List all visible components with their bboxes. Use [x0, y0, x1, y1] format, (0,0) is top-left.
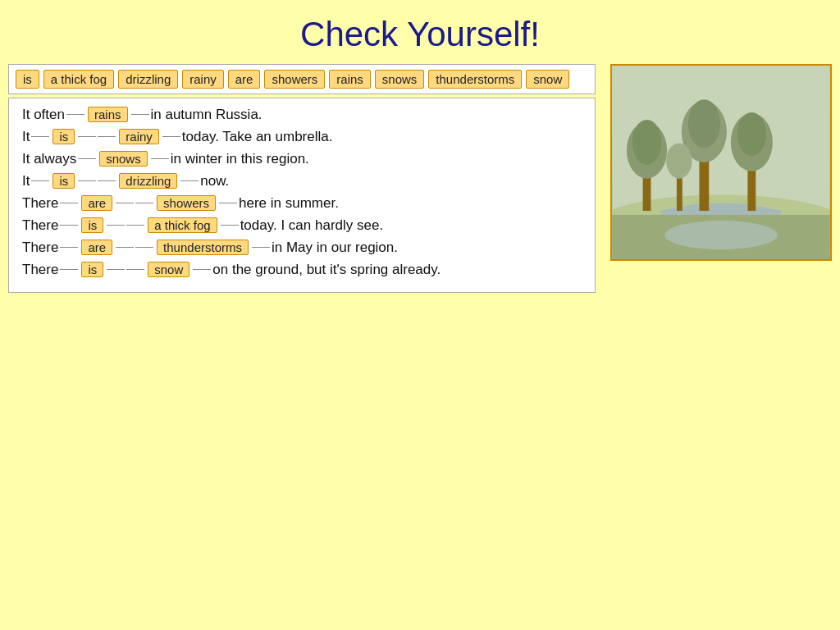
- word-chip-6: rains: [329, 70, 371, 89]
- sentence-text-4-0: There: [22, 196, 58, 210]
- illustration-box: [610, 64, 832, 261]
- sentence-text-3-0: It: [22, 174, 30, 188]
- word-chip-1: a thick fog: [43, 70, 114, 89]
- sentence-row-6: Therearethunderstormsin May in our regio…: [22, 240, 582, 255]
- answer-chip-1-1: is: [52, 129, 75, 144]
- blank-line2-5-2: [221, 225, 239, 226]
- blank-line2-4-2: [219, 203, 237, 203]
- word-chip-2: drizzling: [118, 70, 178, 89]
- sentence-row-5: Thereisa thick fogtoday. I can hardly se…: [22, 217, 582, 233]
- svg-point-10: [737, 112, 766, 156]
- sentence-text-4-3: here in summer.: [239, 196, 339, 210]
- sentence-text-0-2: in autumn Russia.: [151, 107, 262, 121]
- blank-line-6-1: [60, 247, 78, 248]
- sentence-text-1-0: It: [22, 130, 30, 144]
- word-chip-4: are: [228, 70, 261, 89]
- blank-line-6-2: [135, 247, 153, 248]
- sentence-text-3-3: now.: [200, 174, 229, 188]
- blank-line2-1-2: [162, 136, 180, 137]
- answer-chip-5-2: a thick fog: [148, 217, 217, 233]
- blank-line2-2-1: [151, 158, 169, 159]
- sentence-text-2-2: in winter in this region.: [171, 152, 309, 166]
- blank-line-5-1: [60, 225, 78, 226]
- blank-line-4-2: [135, 203, 153, 203]
- word-chip-7: snows: [375, 70, 425, 89]
- blank-line-1-1: [31, 136, 49, 137]
- blank-line2-3-1: [78, 180, 96, 181]
- blank-line-2-1: [78, 158, 96, 159]
- sentence-text-1-3: today. Take an umbrella.: [182, 130, 333, 144]
- answer-chip-1-2: rainy: [119, 129, 159, 144]
- left-panel: isa thick fogdrizzlingrainyareshowersrai…: [8, 64, 596, 293]
- sentence-row-3: Itisdrizzlingnow.: [22, 173, 582, 189]
- svg-point-7: [688, 99, 720, 148]
- blank-line2-3-2: [180, 180, 199, 181]
- sentence-text-6-3: in May in our region.: [272, 240, 398, 254]
- answer-chip-4-1: are: [81, 195, 112, 211]
- word-chip-0: is: [16, 70, 39, 89]
- blank-line-3-2: [98, 180, 116, 181]
- sentence-row-7: Thereissnowon the ground, but it's sprin…: [22, 262, 582, 277]
- sentence-row-0: It oftenrainsin autumn Russia.: [22, 107, 582, 122]
- blank-line-7-2: [126, 269, 144, 270]
- blank-line-3-1: [31, 180, 49, 181]
- word-chip-9: snow: [526, 70, 569, 89]
- exercise-box: It oftenrainsin autumn Russia.Itisrainyt…: [8, 98, 596, 293]
- blank-line-1-2: [98, 136, 116, 137]
- sentence-text-5-0: There: [22, 218, 58, 232]
- blank-line-7-1: [60, 269, 78, 270]
- right-panel: [602, 64, 832, 293]
- sentence-text-6-0: There: [22, 240, 58, 254]
- blank-line2-6-1: [116, 247, 134, 248]
- answer-chip-4-2: showers: [157, 195, 216, 211]
- blank-line2-5-1: [107, 225, 125, 226]
- main-layout: isa thick fogdrizzlingrainyareshowersrai…: [0, 64, 840, 293]
- blank-line-5-2: [126, 225, 144, 226]
- answer-chip-0-1: rains: [88, 107, 128, 122]
- word-chip-5: showers: [264, 70, 325, 89]
- answer-chip-3-2: drizzling: [119, 173, 177, 189]
- svg-point-12: [666, 143, 692, 178]
- sentence-text-7-0: There: [22, 262, 58, 276]
- answer-chip-7-1: is: [81, 262, 103, 277]
- word-chip-8: thunderstorms: [428, 70, 522, 89]
- word-chip-3: rainy: [182, 70, 224, 89]
- sentence-row-2: It alwayssnowsin winter in this region.: [22, 151, 582, 167]
- sentence-text-2-0: It always: [22, 152, 76, 166]
- sentence-text-7-3: on the ground, but it's spring already.: [212, 262, 441, 276]
- svg-point-14: [664, 221, 778, 249]
- blank-line-4-1: [60, 203, 78, 203]
- blank-line2-1-1: [78, 136, 96, 137]
- answer-chip-6-2: thunderstorms: [157, 240, 249, 255]
- landscape-image: [612, 66, 830, 259]
- answer-chip-7-2: snow: [148, 262, 189, 277]
- sentence-text-0-0: It often: [22, 107, 65, 121]
- blank-line-0-1: [66, 114, 84, 115]
- answer-chip-6-1: are: [81, 240, 112, 255]
- blank-line2-0-1: [131, 114, 149, 115]
- blank-line2-7-1: [107, 269, 125, 270]
- svg-point-4: [632, 120, 661, 165]
- page-title: Check Yourself!: [0, 0, 840, 64]
- blank-line2-6-2: [252, 247, 270, 248]
- sentence-text-5-3: today. I can hardly see.: [240, 218, 384, 232]
- blank-line2-4-1: [116, 203, 134, 203]
- blank-line2-7-2: [193, 269, 211, 270]
- answer-chip-2-1: snows: [99, 151, 148, 167]
- sentence-row-4: Thereareshowershere in summer.: [22, 195, 582, 211]
- answer-chip-5-1: is: [81, 217, 103, 233]
- answer-chip-3-1: is: [52, 173, 75, 189]
- sentence-row-1: Itisrainytoday. Take an umbrella.: [22, 129, 582, 144]
- word-bank: isa thick fogdrizzlingrainyareshowersrai…: [8, 64, 596, 94]
